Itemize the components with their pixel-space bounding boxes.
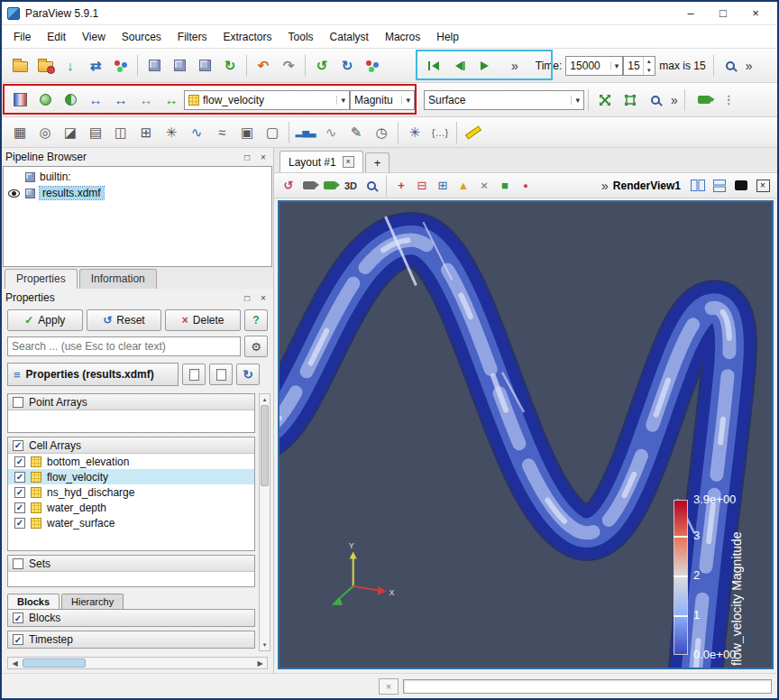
scrollbar-thumb[interactable] <box>23 659 86 668</box>
zoom-time-button[interactable] <box>719 54 742 78</box>
array-row-ns-hyd-discharge[interactable]: ✓ ns_hyd_discharge <box>8 484 254 500</box>
kebab-menu-icon[interactable]: ⋮ <box>723 93 735 106</box>
timestep-checkbox[interactable]: ✓ <box>13 634 23 645</box>
plot-over-line-button[interactable]: ✎ <box>344 121 368 144</box>
rescale-visible-button[interactable]: ↔ <box>160 88 183 112</box>
slice-button[interactable]: ▤ <box>84 121 107 144</box>
undo-button[interactable]: ↶ <box>252 54 275 78</box>
restore-defaults-button[interactable]: ↻ <box>236 364 260 385</box>
scroll-down-icon[interactable]: ▾ <box>260 640 270 650</box>
help-button[interactable]: ? <box>244 309 268 331</box>
source-cube-button-1[interactable] <box>142 54 166 78</box>
time-value-combo[interactable]: 15000 ▾ <box>565 56 623 76</box>
color-palette-button[interactable] <box>109 54 133 78</box>
zoom-to-data-button[interactable] <box>593 88 617 112</box>
search-input[interactable] <box>7 336 241 356</box>
plot-over-time-button[interactable]: ◷ <box>370 121 393 144</box>
reset-camera-closest-button[interactable] <box>619 88 642 112</box>
camera-link-button[interactable]: ↺ <box>279 176 298 196</box>
probe-point-button[interactable]: ● <box>516 176 536 196</box>
blocks-row[interactable]: ✓ Blocks <box>8 610 254 626</box>
interpolate-button[interactable]: ✳ <box>403 121 426 144</box>
warp-button[interactable]: ≈ <box>210 121 234 144</box>
spin-up-icon[interactable]: ▴ <box>644 57 654 66</box>
tab-layout-1[interactable]: Layout #1 × <box>280 151 363 172</box>
representation-combo[interactable]: Surface ▾ <box>424 90 584 110</box>
component-combo[interactable]: Magnitu ▾ <box>350 90 415 110</box>
histogram-button[interactable]: ▂▅▃ <box>294 121 317 144</box>
visibility-eye-icon[interactable] <box>8 189 20 198</box>
array-row-bottom-elevation[interactable]: ✓ bottom_elevation <box>8 454 254 469</box>
mode-3d-button[interactable]: 3D <box>341 176 361 196</box>
camera-redo-button[interactable]: ↻ <box>335 54 359 78</box>
render-view[interactable]: Y X 3.9e+00 3 2 1 0.0e+00 flow_velocity … <box>278 200 774 669</box>
zoom-to-selection-button[interactable] <box>644 88 667 112</box>
connect-server-button[interactable]: ⇄ <box>84 54 107 78</box>
play-button[interactable] <box>472 54 496 78</box>
extract-subset-button[interactable]: ⊞ <box>134 121 158 144</box>
redo-button[interactable]: ↷ <box>277 54 300 78</box>
pick-center-button[interactable]: ⊞ <box>433 176 453 196</box>
tab-hierarchy[interactable]: Hierarchy <box>61 594 124 609</box>
float-dock-icon[interactable]: □ <box>241 151 253 163</box>
close-dock-icon[interactable]: × <box>257 151 270 163</box>
interaction-mode-button[interactable] <box>361 54 384 78</box>
camera-undo-button[interactable]: ↺ <box>310 54 334 78</box>
vcr-overflow-button[interactable]: » <box>511 59 518 73</box>
adjust-camera-button[interactable]: ▾ <box>690 88 722 112</box>
menu-file[interactable]: File <box>5 27 39 47</box>
minimize-button[interactable]: – <box>674 4 707 23</box>
close-view-button[interactable]: × <box>753 176 773 196</box>
array-checkbox[interactable]: ✓ <box>14 487 25 498</box>
menu-filters[interactable]: Filters <box>170 27 215 47</box>
array-checkbox[interactable]: ✓ <box>14 456 25 467</box>
array-checkbox[interactable]: ✓ <box>14 502 25 513</box>
tab-information[interactable]: Information <box>79 269 157 289</box>
horizontal-scrollbar[interactable]: ◀ ▶ <box>7 657 268 669</box>
properties-section-button[interactable]: ≡ Properties (results.xdmf) <box>7 363 179 386</box>
show-bounds-button[interactable]: ■ <box>495 176 515 196</box>
array-row-water-surface[interactable]: ✓ water_surface <box>8 515 254 530</box>
python-calculator-button[interactable]: {…} <box>428 121 452 144</box>
rescale-temporal-button[interactable]: ↔ <box>134 88 158 112</box>
timestep-row[interactable]: ✓ Timestep <box>8 631 254 648</box>
stream-tracer-button[interactable]: ∿ <box>185 121 208 144</box>
reset-session-button[interactable]: ↻ <box>218 54 242 78</box>
scroll-right-icon[interactable]: ▶ <box>253 658 267 668</box>
maximize-view-button[interactable] <box>731 176 751 196</box>
source-cube-button-3[interactable] <box>193 54 216 78</box>
hide-center-button[interactable]: ⊟ <box>412 176 432 196</box>
array-checkbox[interactable]: ✓ <box>14 472 25 483</box>
frame-spinner[interactable]: 15 ▴▾ <box>623 56 655 76</box>
save-data-button[interactable]: ↓ <box>59 54 82 78</box>
tab-properties[interactable]: Properties <box>5 269 78 289</box>
clear-selection-button[interactable]: × <box>474 176 494 196</box>
vertical-scrollbar[interactable]: ▴ ▾ <box>259 393 270 651</box>
menu-edit[interactable]: Edit <box>39 27 74 47</box>
delete-button[interactable]: × Delete <box>165 309 241 331</box>
menu-extractors[interactable]: Extractors <box>215 27 280 47</box>
toggle-color-legend-button[interactable] <box>8 88 32 112</box>
orientation-marker-button[interactable]: ▲ <box>454 176 473 196</box>
threshold-button[interactable]: ◫ <box>109 121 133 144</box>
ruler-button[interactable] <box>462 121 485 144</box>
cell-arrays-checkbox[interactable]: ✓ <box>13 440 23 451</box>
close-dock-icon[interactable]: × <box>257 291 270 304</box>
menu-sources[interactable]: Sources <box>114 27 170 47</box>
line-chart-button[interactable]: ∿ <box>319 121 343 144</box>
spin-down-icon[interactable]: ▾ <box>644 66 654 75</box>
apply-button[interactable]: ✓ Apply <box>7 309 83 331</box>
maximize-button[interactable]: □ <box>707 4 739 23</box>
tab-blocks[interactable]: Blocks <box>7 594 60 609</box>
paste-properties-button[interactable] <box>209 364 233 385</box>
scrollbar-thumb[interactable] <box>261 405 269 486</box>
river-scene[interactable]: Y X <box>280 202 772 668</box>
zoom-box-button[interactable] <box>362 176 381 196</box>
extract-block-button[interactable]: ▢ <box>261 121 284 144</box>
clip-button[interactable]: ◪ <box>59 121 82 144</box>
calculator-button[interactable]: ▦ <box>8 121 32 144</box>
close-tab-icon[interactable]: × <box>343 156 354 168</box>
scroll-up-icon[interactable]: ▴ <box>260 394 270 405</box>
glyph-button[interactable]: ✳ <box>160 121 183 144</box>
split-vertical-button[interactable] <box>710 176 729 196</box>
